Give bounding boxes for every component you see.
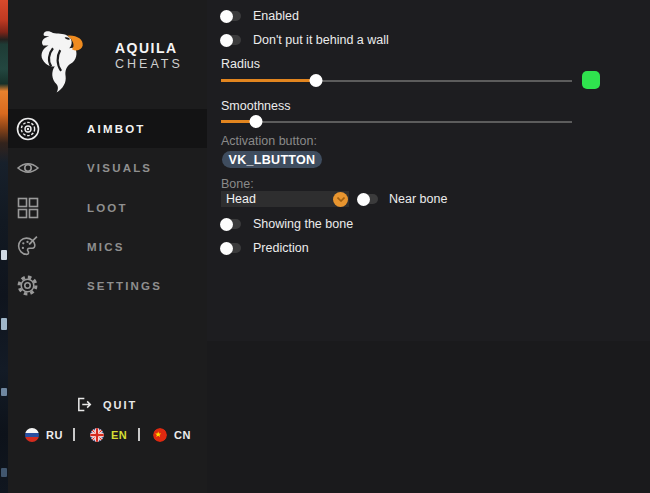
toggle-row-behind-wall: Don't put it behind a wall bbox=[221, 33, 389, 47]
toggle-row-enabled: Enabled bbox=[221, 9, 299, 23]
brand-name: AQUILA bbox=[115, 40, 178, 56]
eye-icon bbox=[14, 154, 41, 181]
language-code: RU bbox=[46, 429, 63, 441]
language-separator bbox=[138, 428, 140, 441]
target-icon bbox=[14, 115, 41, 142]
sidebar-item-settings[interactable]: SETTINGS bbox=[8, 266, 207, 305]
toggle-label: Enabled bbox=[253, 9, 299, 23]
grid-icon bbox=[14, 194, 41, 221]
language-separator bbox=[73, 428, 75, 441]
logout-icon bbox=[75, 396, 92, 413]
sidebar-item-mics[interactable]: MICS bbox=[8, 227, 207, 266]
language-en[interactable]: EN bbox=[90, 427, 127, 442]
bone-label: Bone: bbox=[221, 177, 254, 191]
activation-keybind-value: VK_LBUTTON bbox=[229, 153, 316, 167]
language-cn[interactable]: CN bbox=[153, 427, 191, 442]
sidebar: AQUILA CHEATS AIMBOT VISUALS bbox=[8, 0, 207, 493]
sidebar-item-aimbot[interactable]: AIMBOT bbox=[8, 109, 207, 148]
sidebar-item-label: AIMBOT bbox=[87, 123, 146, 135]
radius-label: Radius bbox=[221, 57, 260, 71]
eagle-logo bbox=[35, 26, 89, 94]
background-speck bbox=[1, 250, 7, 260]
radius-color-swatch[interactable] bbox=[582, 71, 600, 89]
sidebar-item-label: SETTINGS bbox=[87, 280, 162, 292]
quit-label: QUIT bbox=[103, 399, 137, 411]
toggle-label: Prediction bbox=[253, 241, 309, 255]
behind-wall-toggle[interactable] bbox=[221, 35, 241, 45]
enabled-toggle[interactable] bbox=[221, 11, 241, 21]
near-bone-toggle[interactable] bbox=[358, 194, 378, 204]
activation-button-label: Activation button: bbox=[221, 134, 317, 148]
prediction-toggle[interactable] bbox=[221, 243, 241, 253]
background-speck bbox=[1, 468, 7, 477]
language-code: CN bbox=[174, 429, 191, 441]
sidebar-item-loot[interactable]: LOOT bbox=[8, 188, 207, 227]
background-speck bbox=[1, 388, 7, 396]
sidebar-item-visuals[interactable]: VISUALS bbox=[8, 148, 207, 187]
showing-bone-toggle[interactable] bbox=[221, 219, 241, 229]
slider-knob[interactable] bbox=[309, 74, 322, 87]
smoothness-slider[interactable] bbox=[221, 115, 572, 128]
toggle-row-prediction: Prediction bbox=[221, 241, 309, 255]
gear-icon bbox=[14, 272, 41, 299]
language-ru[interactable]: RU bbox=[25, 427, 63, 442]
near-bone-label: Near bone bbox=[389, 192, 447, 206]
sidebar-item-label: MICS bbox=[87, 241, 125, 253]
bone-row: Head Near bone bbox=[221, 191, 447, 207]
activation-keybind-button[interactable]: VK_LBUTTON bbox=[222, 151, 322, 168]
toggle-label: Showing the bone bbox=[253, 217, 353, 231]
radius-slider[interactable] bbox=[221, 74, 572, 87]
palette-icon bbox=[14, 233, 41, 260]
brand-subtitle: CHEATS bbox=[115, 57, 183, 71]
toggle-row-showing-bone: Showing the bone bbox=[221, 217, 353, 231]
aimbot-panel: Enabled Don't put it behind a wall Radiu… bbox=[207, 0, 650, 493]
toggle-label: Don't put it behind a wall bbox=[253, 33, 389, 47]
flag-ru-icon bbox=[25, 428, 39, 442]
slider-knob[interactable] bbox=[250, 115, 263, 128]
flag-en-icon bbox=[90, 428, 104, 442]
flag-cn-icon bbox=[153, 428, 167, 442]
sidebar-item-label: LOOT bbox=[87, 202, 128, 214]
game-background-strip bbox=[0, 0, 8, 493]
background-speck bbox=[1, 318, 7, 330]
sidebar-item-label: VISUALS bbox=[87, 162, 152, 174]
bone-selected-value: Head bbox=[226, 192, 256, 206]
bone-select[interactable]: Head bbox=[221, 191, 349, 207]
smoothness-label: Smoothness bbox=[221, 99, 290, 113]
language-code: EN bbox=[111, 429, 127, 441]
chevron-down-icon[interactable] bbox=[333, 192, 348, 207]
quit-button[interactable]: QUIT bbox=[75, 396, 137, 413]
